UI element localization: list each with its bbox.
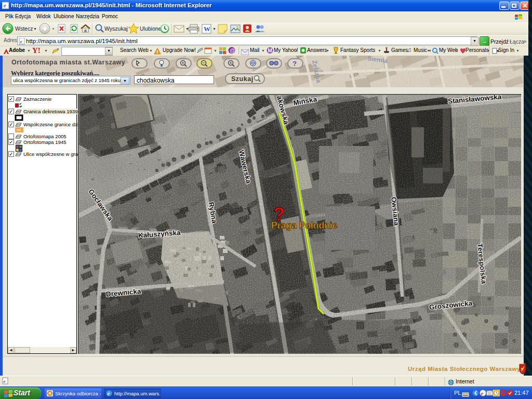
svg-text:W: W bbox=[204, 25, 210, 33]
svg-text:?: ? bbox=[292, 60, 297, 68]
svg-text:e: e bbox=[481, 391, 484, 396]
svg-text:e: e bbox=[108, 391, 110, 396]
svg-text:e: e bbox=[20, 39, 22, 44]
svg-text:e: e bbox=[4, 379, 6, 384]
svg-text:M: M bbox=[268, 48, 272, 54]
svg-text:!: ! bbox=[157, 49, 158, 55]
svg-text:@: @ bbox=[230, 48, 235, 54]
svg-text:Praga Południe: Praga Południe bbox=[271, 220, 338, 231]
svg-text:e: e bbox=[4, 3, 6, 8]
